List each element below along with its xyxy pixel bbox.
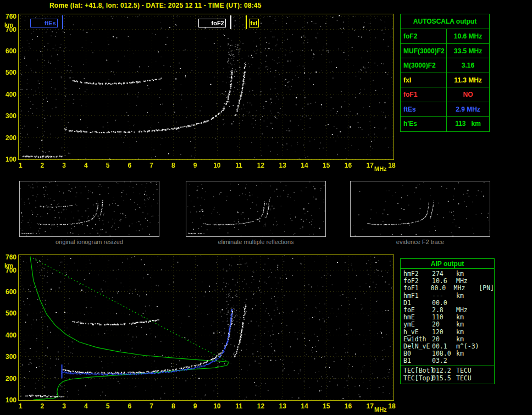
aip-unit: km	[456, 321, 483, 328]
aip-param: D1	[401, 300, 432, 307]
aip-unit: km	[456, 336, 483, 343]
x-tick-label: 8	[167, 162, 180, 169]
marker-line-ftEs	[62, 15, 63, 29]
frequency-marker-layer: ftEsfoF2fxI	[19, 14, 394, 159]
aip-unit: TECU	[456, 375, 483, 382]
x-tick-label: 4	[79, 162, 92, 169]
aip-value: ---	[432, 292, 456, 300]
thumbnail-caption-filtered: eliminate multiple reflections	[186, 239, 326, 245]
y-tick-label: 300	[1, 353, 16, 361]
autoscala-table-title: AUTOSCALA output	[401, 14, 489, 29]
aip-value: 015.5	[432, 375, 456, 382]
aip-tec-rows: TEC[Bot]012.2TECUTEC[Top]015.5TECU	[401, 366, 494, 383]
y-tick-label: 300	[1, 112, 16, 120]
thumbnail-canvas-original	[20, 181, 159, 236]
aip-rows: hmF2274kmfoF210.6MHzfoF100.0MHz[PN]hmF1-…	[401, 269, 494, 366]
aip-param: Ewidth	[401, 336, 432, 343]
aip-value: 120	[432, 329, 456, 336]
autoscala-value: 10.6 MHz	[447, 29, 489, 43]
aip-row: TEC[Bot]012.2TECU	[401, 367, 494, 374]
x-tick-label: 7	[145, 162, 158, 169]
aip-value: 00.0	[431, 285, 454, 292]
aip-param: ymE	[401, 321, 432, 328]
aip-unit: km	[456, 329, 483, 336]
x-tick-label: 2	[36, 402, 49, 410]
aip-unit	[456, 300, 483, 307]
aip-value: 00.0	[432, 300, 456, 307]
ionogram-plot-bottom	[18, 254, 394, 401]
x-tick-label: 5	[101, 402, 114, 410]
y-tick-label: 500	[1, 69, 16, 76]
autoscala-param: M(3000)F2	[401, 58, 447, 73]
aip-value: 012.2	[432, 367, 456, 374]
autoscala-param: h'Es	[401, 117, 447, 131]
aip-value: 20	[432, 321, 456, 328]
y-tick-label: 760	[1, 253, 16, 261]
thumbnail-original-ionogram	[19, 181, 159, 237]
thumbnail-canvas-f2	[351, 181, 490, 236]
thumbnail-caption-original: original ionogram resized	[19, 239, 159, 245]
x-tick-label: 3	[58, 402, 71, 410]
autoscala-rows: foF210.6 MHzMUF(3000)F233.5 MHzM(3000)F2…	[401, 29, 489, 131]
aip-row: foF100.0MHz[PN]	[401, 285, 494, 292]
x-tick-label: 4	[79, 402, 92, 410]
aip-value: 20	[432, 336, 456, 343]
x-tick-label: 10	[210, 402, 224, 410]
autoscala-row: h'Es113 km	[401, 117, 489, 131]
x-tick-label: 2	[36, 162, 49, 169]
ionogram-plot-top: ftEsfoF2fxI	[18, 14, 394, 160]
marker-label-ftEs: ftEs	[30, 19, 58, 27]
aip-param: hmF1	[401, 292, 432, 300]
x-tick-label: 10	[210, 162, 224, 169]
autoscala-value: 113 km	[447, 117, 489, 131]
y-tick-label: 760	[1, 13, 16, 20]
thumbnail-f2-evidence	[350, 181, 490, 237]
marker-line-fxI	[246, 15, 247, 29]
x-tick-label: 11	[232, 402, 246, 410]
aip-row: hmF1---km	[401, 292, 494, 300]
x-tick-label: 16	[341, 402, 354, 410]
aip-table-title: AIP output	[401, 259, 494, 269]
autoscala-row: M(3000)F23.16	[401, 58, 489, 73]
thumbnail-filtered-ionogram	[186, 181, 326, 237]
x-tick-label: 15	[320, 402, 333, 410]
autoscala-row: foF1NO	[401, 87, 489, 102]
x-axis-unit-label: MHz	[374, 165, 387, 172]
aip-output-table: AIP output hmF2274kmfoF210.6MHzfoF100.0M…	[400, 258, 495, 384]
aip-row: D100.0	[401, 300, 494, 307]
autoscala-param: fxI	[401, 73, 447, 87]
marker-line-foF2	[230, 15, 231, 29]
x-tick-label: 5	[101, 162, 114, 169]
thumbnail-caption-f2: evidence F2 trace	[350, 239, 490, 245]
x-tick-label: 13	[276, 402, 289, 410]
aip-unit: km	[456, 292, 483, 300]
aip-row: B103.2	[401, 357, 494, 364]
x-tick-label: 9	[189, 402, 202, 410]
x-tick-label: 18	[385, 162, 398, 169]
x-tick-label: 3	[58, 162, 71, 169]
y-axis-unit-label: km	[4, 21, 13, 28]
x-tick-label: 8	[167, 402, 180, 410]
aip-unit	[456, 357, 483, 364]
x-tick-label: 12	[254, 402, 267, 410]
autoscala-value: 33.5 MHz	[447, 44, 489, 58]
thumbnail-canvas-filtered	[186, 181, 325, 236]
autoscala-param: foF1	[401, 87, 447, 102]
x-axis-unit-label: MHz	[374, 406, 387, 413]
autoscala-app-window: Rome (lat: +41.8, lon: 012.5) - DATE: 20…	[0, 0, 532, 415]
y-tick-label: 400	[1, 331, 16, 339]
aip-row: Ewidth20km	[401, 336, 494, 343]
autoscala-row: ftEs2.9 MHz	[401, 102, 489, 117]
autoscala-param: foF2	[401, 29, 447, 43]
y-tick-label: 600	[1, 288, 16, 296]
marker-label-fxI: fxI	[249, 19, 259, 27]
autoscala-param: MUF(3000)F2	[401, 44, 447, 58]
autoscala-row: fxI11.3 MHz	[401, 73, 489, 88]
aip-param: TEC[Bot]	[401, 367, 432, 374]
y-tick-label: 500	[1, 309, 16, 317]
aip-extra: [PN]	[479, 285, 494, 292]
x-tick-label: 6	[123, 402, 136, 410]
autoscala-value: 11.3 MHz	[447, 73, 489, 87]
autoscala-value: 3.16	[447, 58, 489, 73]
y-tick-label: 400	[1, 91, 16, 98]
